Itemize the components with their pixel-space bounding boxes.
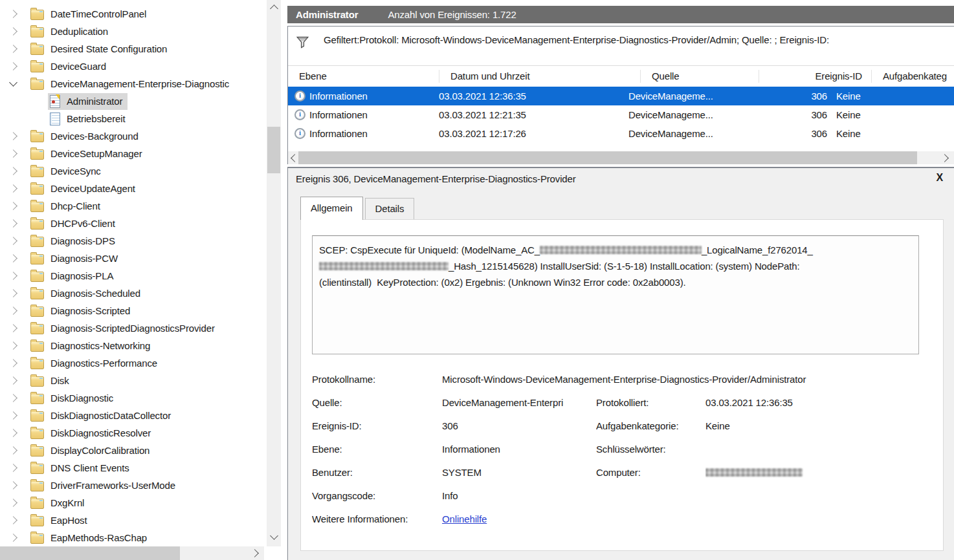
- chevron-right-icon[interactable]: [9, 254, 17, 263]
- tree-item-driverframeworks-usermode[interactable]: DriverFrameworks-UserMode: [0, 477, 267, 494]
- tree-item-dns-client-events[interactable]: DNS Client Events: [0, 459, 267, 477]
- chevron-right-icon[interactable]: [9, 272, 17, 280]
- tree-item-datetimecontrolpanel[interactable]: DateTimeControlPanel: [0, 5, 267, 23]
- scroll-left-icon[interactable]: [291, 154, 299, 162]
- chevron-right-icon[interactable]: [9, 132, 17, 140]
- scroll-up-icon[interactable]: [270, 5, 278, 13]
- tree-item-devices-background[interactable]: Devices-Background: [0, 127, 267, 145]
- chevron-right-icon[interactable]: [9, 376, 17, 385]
- message-text: SCEP: CspExecute für UniqueId: (ModelNam…: [319, 244, 540, 255]
- event-row[interactable]: Informationen03.03.2021 12:21:35DeviceMa…: [288, 105, 954, 124]
- chevron-right-icon[interactable]: [9, 62, 17, 70]
- chevron-right-icon[interactable]: [9, 481, 17, 490]
- chevron-right-icon[interactable]: [9, 499, 17, 507]
- tab-details[interactable]: Details: [365, 198, 415, 219]
- tree-item-devicesync[interactable]: DeviceSync: [0, 162, 267, 180]
- cell-event-id: 306: [735, 128, 836, 139]
- tree-item-devicemanagement-enterprise-diagnostic[interactable]: DeviceManagement-Enterprise-Diagnostic: [0, 75, 267, 92]
- chevron-right-icon[interactable]: [9, 45, 17, 53]
- chevron-right-icon[interactable]: [9, 411, 17, 420]
- tree-item-diskdiagnosticresolver[interactable]: DiskDiagnosticResolver: [0, 424, 267, 442]
- field-label: Weitere Informationen:: [312, 513, 442, 524]
- information-icon: [294, 91, 305, 102]
- tree-item-diagnosis-pcw[interactable]: Diagnosis-PCW: [0, 250, 267, 267]
- tree-item-body: Diagnosis-PLA: [28, 268, 118, 284]
- chevron-right-icon[interactable]: [9, 27, 17, 36]
- tree-hscrollbar-thumb[interactable]: [0, 546, 180, 560]
- scroll-right-icon[interactable]: [940, 154, 949, 162]
- event-row[interactable]: Informationen03.03.2021 12:36:35DeviceMa…: [288, 87, 954, 105]
- chevron-right-icon[interactable]: [9, 167, 17, 175]
- chevron-right-icon[interactable]: [9, 10, 17, 18]
- tree-item-body: DateTimeControlPanel: [28, 6, 151, 22]
- field-value: Info: [442, 490, 596, 501]
- tree-item-label: EapMethods-RasChap: [50, 532, 147, 543]
- chevron-right-icon[interactable]: [9, 533, 17, 542]
- tree-item-dhcp-client[interactable]: Dhcp-Client: [0, 197, 267, 215]
- tree-item-diskdiagnosticdatacollector[interactable]: DiskDiagnosticDataCollector: [0, 407, 267, 424]
- tree-item-diagnosis-scheduled[interactable]: Diagnosis-Scheduled: [0, 285, 267, 302]
- tree-item-body: Devices-Background: [28, 129, 144, 144]
- tree-item-eaphost[interactable]: EapHost: [0, 512, 267, 529]
- tab-allgemein[interactable]: Allgemein: [300, 197, 363, 220]
- folder-icon: [30, 324, 44, 334]
- column-header-aufgabenkateg[interactable]: Aufgabenkateg: [872, 70, 954, 83]
- chevron-down-icon[interactable]: [9, 78, 17, 87]
- column-header-ebene[interactable]: Ebene: [288, 70, 439, 83]
- chevron-right-icon[interactable]: [9, 307, 17, 315]
- chevron-right-icon[interactable]: [9, 219, 17, 228]
- events-horizontal-scrollbar[interactable]: [288, 151, 954, 164]
- chevron-right-icon[interactable]: [9, 237, 17, 245]
- tree-item-label: Diagnosis-Scripted: [50, 305, 130, 316]
- scroll-right-icon[interactable]: [250, 549, 259, 557]
- tree-item-deviceupdateagent[interactable]: DeviceUpdateAgent: [0, 180, 267, 197]
- tree-list: DateTimeControlPanelDeduplicationDesired…: [0, 5, 267, 546]
- column-header-datum-und-uhrzeit[interactable]: Datum und Uhrzeit: [439, 70, 641, 83]
- tree-item-administrator[interactable]: Administrator: [0, 92, 267, 110]
- close-icon[interactable]: X: [936, 172, 943, 184]
- scroll-down-icon[interactable]: [270, 532, 278, 540]
- chevron-right-icon[interactable]: [9, 324, 17, 332]
- chevron-right-icon[interactable]: [9, 394, 17, 402]
- events-hscrollbar-thumb[interactable]: [298, 151, 917, 164]
- tree-item-diagnosis-scripted[interactable]: Diagnosis-Scripted: [0, 302, 267, 319]
- chevron-right-icon[interactable]: [9, 289, 17, 297]
- tree-item-diagnosis-scripteddiagnosticsprovider[interactable]: Diagnosis-ScriptedDiagnosticsProvider: [0, 319, 267, 337]
- column-header-ereignis-id[interactable]: Ereignis-ID: [759, 70, 872, 83]
- tree-item-disk[interactable]: Disk: [0, 372, 267, 389]
- chevron-right-icon[interactable]: [9, 464, 17, 472]
- tree-item-label: Administrator: [67, 96, 122, 107]
- chevron-right-icon[interactable]: [9, 359, 17, 367]
- column-header-quelle[interactable]: Quelle: [641, 70, 759, 83]
- cell-source: DeviceManageme...: [628, 91, 735, 102]
- tree-item-desired-state-configuration[interactable]: Desired State Configuration: [0, 40, 267, 58]
- chevron-right-icon[interactable]: [9, 446, 17, 455]
- chevron-right-icon[interactable]: [9, 202, 17, 210]
- tree-item-devicesetupmanager[interactable]: DeviceSetupManager: [0, 145, 267, 162]
- tree-item-betriebsbereit[interactable]: Betriebsbereit: [0, 110, 267, 127]
- tree-item-displaycolorcalibration[interactable]: DisplayColorCalibration: [0, 442, 267, 459]
- tree-item-diagnosis-pla[interactable]: Diagnosis-PLA: [0, 267, 267, 285]
- folder-icon: [30, 62, 44, 72]
- tree-item-body: DeviceSetupManager: [28, 146, 148, 162]
- chevron-right-icon[interactable]: [9, 341, 17, 350]
- tree-item-diagnostics-networking[interactable]: Diagnostics-Networking: [0, 337, 267, 354]
- tree-item-diagnosis-dps[interactable]: Diagnosis-DPS: [0, 232, 267, 250]
- chevron-right-icon[interactable]: [9, 149, 17, 158]
- chevron-right-icon[interactable]: [9, 184, 17, 193]
- tree-vscrollbar-thumb[interactable]: [267, 127, 280, 173]
- tree-horizontal-scrollbar[interactable]: [0, 546, 264, 560]
- tree-item-dxgkrnl[interactable]: DxgKrnl: [0, 494, 267, 512]
- onlinehilfe-link[interactable]: Onlinehilfe: [442, 513, 487, 524]
- tree-item-diagnostics-performance[interactable]: Diagnostics-Performance: [0, 354, 267, 372]
- folder-icon: [30, 254, 44, 264]
- tree-item-deduplication[interactable]: Deduplication: [0, 23, 267, 40]
- tree-item-deviceguard[interactable]: DeviceGuard: [0, 58, 267, 75]
- tree-vertical-scrollbar[interactable]: [267, 0, 281, 546]
- tree-item-diskdiagnostic[interactable]: DiskDiagnostic: [0, 389, 267, 407]
- chevron-right-icon[interactable]: [9, 429, 17, 437]
- event-row[interactable]: Informationen03.03.2021 12:17:26DeviceMa…: [288, 124, 954, 143]
- chevron-right-icon[interactable]: [9, 516, 17, 524]
- tree-item-dhcpv6-client[interactable]: DHCPv6-Client: [0, 215, 267, 232]
- tree-item-eapmethods-raschap[interactable]: EapMethods-RasChap: [0, 529, 267, 546]
